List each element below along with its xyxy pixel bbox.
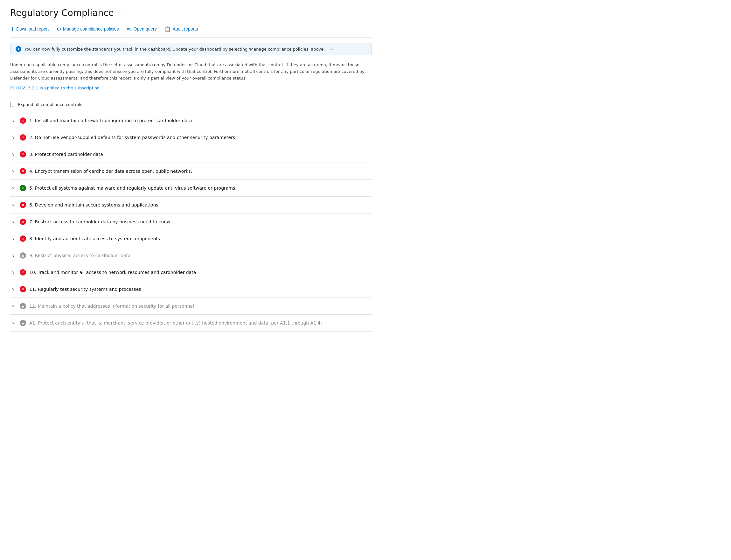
compliance-item[interactable]: ∨3. Protect stored cardholder data xyxy=(10,146,371,163)
chevron-icon: ∨ xyxy=(10,118,17,123)
compliance-title: 10. Track and monitor all access to netw… xyxy=(29,270,196,275)
info-icon: i xyxy=(16,46,21,52)
query-icon xyxy=(127,26,132,32)
chevron-icon: ∨ xyxy=(10,186,17,190)
chevron-icon: ∨ xyxy=(10,152,17,157)
status-icon xyxy=(20,151,26,157)
compliance-item[interactable]: ∨A1. Protect each entity's (that is, mer… xyxy=(10,315,371,332)
open-query-button[interactable]: Open query xyxy=(127,25,157,33)
toolbar: ⬇ Download report ⚙ Manage compliance po… xyxy=(10,25,371,38)
chevron-icon: ∨ xyxy=(10,169,17,173)
download-report-button[interactable]: ⬇ Download report xyxy=(10,25,49,33)
compliance-item[interactable]: ∨2. Do not use vendor-supplied defaults … xyxy=(10,129,371,146)
manage-policies-button[interactable]: ⚙ Manage compliance policies xyxy=(57,25,119,33)
error-x xyxy=(21,152,24,157)
status-icon xyxy=(20,286,26,292)
chevron-icon: ∨ xyxy=(10,135,17,140)
compliance-item[interactable]: ∨1. Install and maintain a firewall conf… xyxy=(10,112,371,129)
status-icon xyxy=(20,185,26,191)
expand-all-label: Expand all compliance controls xyxy=(18,102,82,107)
chevron-icon: ∨ xyxy=(10,253,17,258)
chevron-icon: ∨ xyxy=(10,287,17,291)
chevron-icon: ∨ xyxy=(10,220,17,224)
error-x xyxy=(21,220,24,224)
error-x xyxy=(21,236,24,241)
compliance-title: 6. Develop and maintain secure systems a… xyxy=(29,202,158,207)
compliance-item[interactable]: ∨9. Restrict physical access to cardhold… xyxy=(10,247,371,264)
compliance-item[interactable]: ∨7. Restrict access to cardholder data b… xyxy=(10,213,371,230)
compliance-item[interactable]: ∨10. Track and monitor all access to net… xyxy=(10,264,371,281)
error-x xyxy=(21,287,24,291)
download-icon: ⬇ xyxy=(10,26,14,32)
compliance-title: 8. Identify and authenticate access to s… xyxy=(29,236,160,241)
audit-icon: 📋 xyxy=(165,26,171,32)
compliance-title: 5. Protect all systems against malware a… xyxy=(29,185,237,191)
compliance-list: ∨1. Install and maintain a firewall conf… xyxy=(10,112,371,332)
status-icon xyxy=(20,202,26,208)
compliance-item[interactable]: ∨8. Identify and authenticate access to … xyxy=(10,230,371,247)
chevron-icon: ∨ xyxy=(10,236,17,241)
banner-arrow[interactable]: → xyxy=(329,47,333,52)
success-check xyxy=(21,186,25,190)
compliance-item[interactable]: ∨6. Develop and maintain secure systems … xyxy=(10,197,371,213)
status-icon xyxy=(20,219,26,225)
error-x xyxy=(21,169,24,173)
compliance-title: 2. Do not use vendor-supplied defaults f… xyxy=(29,135,235,140)
page-menu-icon[interactable]: ··· xyxy=(118,10,125,16)
compliance-item[interactable]: ∨12. Maintain a policy that addresses in… xyxy=(10,298,371,315)
expand-controls: Expand all compliance controls xyxy=(10,102,371,107)
status-icon xyxy=(20,134,26,141)
neutral-dot xyxy=(22,253,24,258)
settings-icon: ⚙ xyxy=(57,26,61,32)
compliance-item[interactable]: ∨4. Encrypt transmission of cardholder d… xyxy=(10,163,371,180)
chevron-icon: ∨ xyxy=(10,321,17,325)
compliance-title: 9. Restrict physical access to cardholde… xyxy=(29,253,131,258)
status-icon xyxy=(20,320,26,326)
compliance-title: 1. Install and maintain a firewall confi… xyxy=(29,118,192,123)
compliance-title: 12. Maintain a policy that addresses inf… xyxy=(29,304,194,309)
error-x xyxy=(21,135,24,140)
info-banner: i You can now fully customize the standa… xyxy=(10,43,371,55)
error-x xyxy=(21,203,24,207)
compliance-title: 11. Regularly test security systems and … xyxy=(29,287,141,292)
compliance-title: 3. Protect stored cardholder data xyxy=(29,152,103,157)
status-icon xyxy=(20,235,26,242)
status-icon xyxy=(20,252,26,259)
compliance-title: 7. Restrict access to cardholder data by… xyxy=(29,219,170,224)
status-icon xyxy=(20,303,26,309)
audit-reports-button[interactable]: 📋 Audit reports xyxy=(165,25,198,33)
compliance-item[interactable]: ∨5. Protect all systems against malware … xyxy=(10,180,371,197)
error-x xyxy=(21,118,24,123)
error-x xyxy=(21,270,24,275)
chevron-icon: ∨ xyxy=(10,270,17,275)
neutral-dot xyxy=(22,321,24,325)
chevron-icon: ∨ xyxy=(10,304,17,308)
expand-all-checkbox[interactable] xyxy=(10,102,15,107)
chevron-icon: ∨ xyxy=(10,203,17,207)
subscription-link[interactable]: PCI DSS 3.2.1 is applied to the subscrip… xyxy=(10,86,100,90)
compliance-item[interactable]: ∨11. Regularly test security systems and… xyxy=(10,281,371,298)
neutral-dot xyxy=(22,304,24,308)
compliance-title: 4. Encrypt transmission of cardholder da… xyxy=(29,169,192,174)
status-icon xyxy=(20,168,26,174)
status-icon xyxy=(20,269,26,276)
description-text: Under each applicable compliance control… xyxy=(10,62,371,81)
page-title: Regulatory Compliance ··· xyxy=(10,8,371,18)
compliance-title: A1. Protect each entity's (that is, merc… xyxy=(29,320,322,325)
status-icon xyxy=(20,117,26,124)
